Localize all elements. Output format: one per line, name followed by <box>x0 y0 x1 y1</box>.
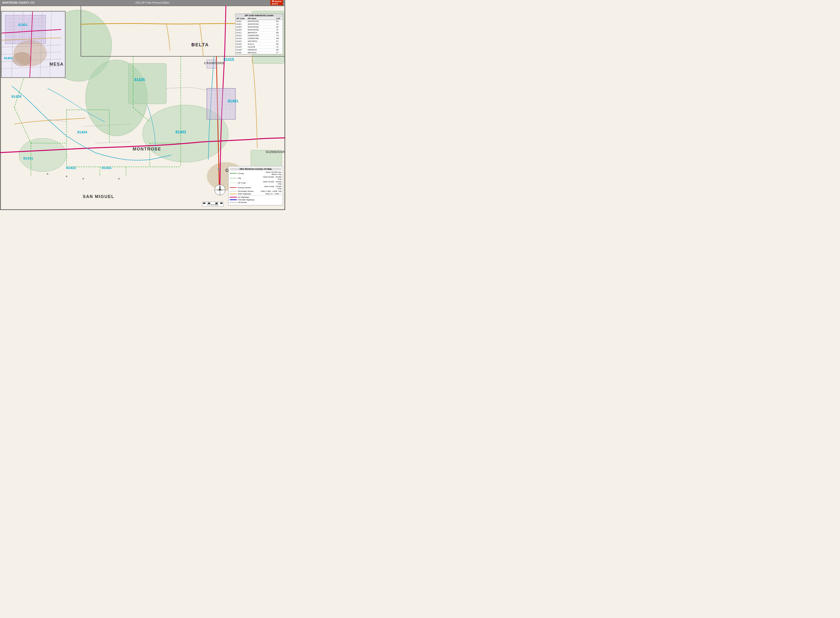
legend-county-label: County <box>238 172 259 174</box>
place-label-montrose: MONTROSE <box>133 147 161 152</box>
zip-loc-cell: E6 <box>275 43 283 45</box>
col-header-zip: ZIP Code <box>236 17 247 20</box>
zip-code-cell: 81401 <box>236 20 247 22</box>
zip-index-row: 81401 MONTROSE B2 <box>236 20 283 23</box>
zip-loc-cell: M3 <box>275 37 283 40</box>
logo-text: 🗺 MarketMAPS <box>272 0 281 5</box>
zip-loc-cell: B2 <box>275 20 283 22</box>
zip-index-row: 81403 MONTROSE J5 <box>236 28 283 31</box>
legend-us-hwy-line <box>230 197 237 198</box>
zip-loc-cell: B2 <box>275 26 283 28</box>
zip-code-cell: 81424 <box>236 43 247 45</box>
legend-secondary-label: Secondary Streets <box>238 190 259 192</box>
legend-city-line <box>230 178 237 178</box>
zip-code-cell: 81431 <box>236 51 247 54</box>
zip-label-81429: 81429 <box>12 94 21 99</box>
compass-rose: N <box>214 184 226 196</box>
legend-city-label: City <box>238 177 259 179</box>
brand-logo: 🗺 MarketMAPS <box>270 0 283 5</box>
legend-city-10: Cities 10 - 4,999 — <box>260 193 281 195</box>
svg-point-94 <box>66 176 67 177</box>
zip-name-cell: REDVALE <box>247 51 275 54</box>
place-label-mesa: MESA <box>49 62 64 67</box>
svg-point-95 <box>47 173 48 175</box>
zip-loc-cell: B5 <box>275 49 283 51</box>
zip-index-title: ZIP Code Index/Grid Locator <box>236 14 283 17</box>
zip-name-cell: CRAWFORD <box>247 34 275 37</box>
legend-us-hwy: US Highways <box>230 196 281 198</box>
zip-loc-cell: E7 <box>275 40 283 43</box>
legend-title: 2021 Montrose County, CO Map <box>230 168 281 171</box>
zip-index-row: 81403 MONTROSE B2 <box>236 26 283 28</box>
zip-index-row: 81401 MONTROSE L4 <box>236 23 283 26</box>
zip-code-cell: 81425 <box>236 46 247 48</box>
zip-name-cell: MONTROSE <box>247 20 275 22</box>
zip-loc-cell: L4 <box>275 23 283 25</box>
svg-rect-3 <box>128 64 167 104</box>
zip-index-row: 81411 BEDROCK B6 <box>236 31 283 34</box>
svg-rect-78 <box>207 88 235 119</box>
legend-primary: Primary Streets Cities 5,000 - 24,999 +C… <box>230 186 281 190</box>
zip-label-81401-east: 81401 <box>228 99 238 103</box>
legend-zip: ZIP Code Cities 25,000 - 49,999 •City <box>230 181 281 185</box>
svg-text:81403: 81403 <box>4 56 13 60</box>
zip-label-81424: 81424 <box>77 130 87 134</box>
zip-loc-cell: C2 <box>275 34 283 37</box>
col-header-loc: LOC <box>275 17 283 20</box>
zip-loc-cell: J4 <box>275 46 283 48</box>
svg-point-8 <box>19 138 67 172</box>
legend-city-50k: Cities 50,000 - 99,999 •City <box>260 176 281 180</box>
zip-label-81403-south: 81403 <box>175 130 186 134</box>
scale-text: 0 5 10 20 Miles <box>203 204 223 206</box>
legend-state-hwy-line <box>230 194 237 194</box>
county-title: MONTROSE COUNTY, CO <box>2 1 34 4</box>
inset-map: 81401 81403 <box>1 11 65 78</box>
map-container: 81401 81403 81415 81425 81401 81403 8142… <box>0 5 285 210</box>
zip-index-panel: ZIP Code Index/Grid Locator ZIP Code ZIP… <box>235 13 283 55</box>
legend-state-hwy: State Highways Cities 10 - 4,999 — <box>230 193 281 195</box>
svg-point-97 <box>218 168 220 170</box>
zip-code-cell: 81422 <box>236 40 247 43</box>
legend-primary-label: Primary Streets <box>238 187 259 189</box>
legend-city-1k: Cities 1,000 - 4,999 ·City <box>260 190 281 192</box>
place-label-san-miguel: SAN MIGUEL <box>83 194 114 199</box>
legend-toll-line <box>230 202 237 203</box>
zip-name-cell: NUCLA <box>247 43 275 45</box>
col-header-name: ZIP Name <box>247 17 275 20</box>
zip-label-81431: 81431 <box>102 166 112 170</box>
zip-loc-cell: B6 <box>275 31 283 34</box>
zip-name-cell: BEDROCK <box>247 31 275 34</box>
zip-name-cell: MONTROSE <box>247 23 275 25</box>
legend-toll: Toll Roads <box>230 201 281 204</box>
zip-name-cell: NATURITA <box>247 40 275 43</box>
zip-name-cell: PARADOX <box>247 49 275 51</box>
zip-index-row: 81415 CRAWFORD M3 <box>236 37 283 40</box>
edition-label: 2021 ZIP Code Premium Edition <box>135 1 169 4</box>
zip-code-cell: 81415 <box>236 37 247 40</box>
zip-index-row: 81431 REDVALE F7 <box>236 51 283 54</box>
header-bar: MONTROSE COUNTY, CO 2021 ZIP Code Premiu… <box>0 0 285 5</box>
zip-label-81425: 81425 <box>134 78 145 82</box>
legend-city: City Cities 50,000 - 99,999 •City <box>230 176 281 180</box>
legend-toll-label: Toll Roads <box>238 201 281 204</box>
zip-loc-cell: F7 <box>275 51 283 54</box>
zip-name-cell: MONTROSE <box>247 28 275 31</box>
zip-code-cell: 81403 <box>236 28 247 31</box>
zip-index-row: 81415 CRAWFORD C2 <box>236 34 283 37</box>
zip-label-81422: 81422 <box>66 166 76 170</box>
scale-bar: 0 5 10 20 Miles <box>202 202 223 206</box>
legend-county: County Cities 100,000 and Above •City <box>230 171 281 175</box>
zip-code-cell: 81415 <box>236 34 247 37</box>
legend-city-100k: Cities 100,000 and Above •City <box>260 171 281 175</box>
zip-code-cell: 81403 <box>236 26 247 28</box>
place-label-gunnison: GUNNISON <box>266 150 285 154</box>
svg-point-102 <box>12 52 31 66</box>
zip-code-cell: 81411 <box>236 31 247 34</box>
legend-interstate: Interstate Highways <box>230 199 281 201</box>
zip-index-row: 81422 NATURITA E7 <box>236 40 283 43</box>
zip-index-header: ZIP Code ZIP Name LOC <box>236 17 283 20</box>
legend-county-line <box>230 173 237 174</box>
zip-index-rows: 81401 MONTROSE B2 81401 MONTROSE L4 8140… <box>236 20 283 54</box>
zip-loc-cell: J5 <box>275 28 283 31</box>
legend-box: 2021 Montrose County, CO Map County Citi… <box>228 166 283 205</box>
